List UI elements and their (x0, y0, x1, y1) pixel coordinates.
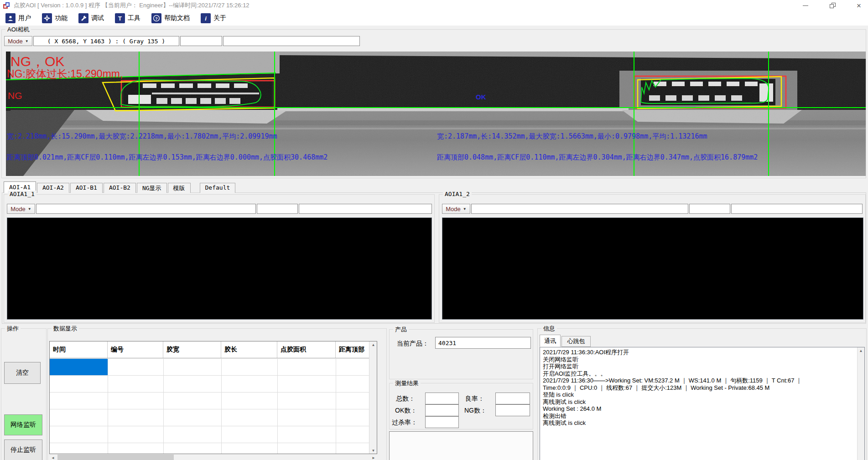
toolbar-item-function[interactable]: 功能 (42, 13, 68, 23)
scroll-left-icon[interactable]: ◄ (49, 455, 57, 460)
tab-heartbeat[interactable]: 心跳包 (561, 336, 591, 347)
results-group: 测量结果 总数： 良率： OK数： NG数： 过杀率： (389, 383, 533, 429)
tab-ng-display[interactable]: NG显示 (137, 183, 167, 193)
tab-template[interactable]: 模版 (168, 183, 191, 193)
tab-aoi-a2[interactable]: AOI-A2 (37, 183, 69, 193)
aoia1-2-image-panel[interactable] (442, 217, 863, 320)
total-label: 总数： (396, 395, 415, 403)
current-product-input[interactable] (435, 337, 531, 349)
operations-group-label: 操作 (5, 325, 21, 333)
chevron-down-icon: ▼ (463, 207, 467, 211)
selected-cell[interactable] (50, 359, 108, 375)
overlay-status-text: NG，OK (10, 54, 64, 69)
overlay-ng-reason: NG:胶体过长:15.290mm, (7, 68, 123, 80)
column-header-glue-area[interactable]: 点胶面积 (277, 341, 336, 358)
toolbar-label-tools: 工具 (128, 14, 140, 22)
aoia1-1-image-panel[interactable] (7, 217, 432, 320)
overkill-field[interactable] (425, 416, 459, 428)
results-group-label: 测量结果 (393, 379, 421, 388)
log-line: 检测出错 (543, 413, 853, 420)
toolbar-label-user: 用户 (18, 14, 31, 22)
main-toolbar: 用户 功能 调试 T 工具 ? 帮助文档 i 关于 (0, 11, 868, 26)
log-line: 登陆 is click (543, 391, 853, 398)
ok-count-label: OK数： (395, 407, 417, 415)
comm-log-text: 2021/7/29 11:36:30:AOI程序打开 关闭网络监听 打开网络监听… (543, 349, 853, 427)
panel-aoia1-1-label: AOIA1_1 (8, 191, 36, 197)
close-button[interactable]: × (851, 0, 867, 11)
aoia1-2-field-1 (471, 204, 688, 214)
panel-aoia1-2: AOIA1_2 Mode▼ (439, 194, 866, 323)
toolbar-item-debug[interactable]: 调试 (78, 13, 104, 23)
wrench-icon (78, 13, 88, 23)
overkill-label: 过杀率： (392, 419, 417, 427)
camera-mode-dropdown[interactable]: Mode▼ (4, 36, 32, 46)
column-header-time[interactable]: 时间 (50, 341, 108, 358)
ng-count-field[interactable] (495, 404, 530, 416)
toolbar-label-about: 关于 (213, 14, 226, 22)
column-header-glue-width[interactable]: 胶宽 (163, 341, 221, 358)
toolbar-item-tools[interactable]: T 工具 (115, 13, 140, 23)
log-line: 关闭网络监听 (543, 356, 853, 363)
right-stats-line2: 距离顶部0.048mm,距离CF层0.110mm,距离左边界0.304mm,距离… (437, 153, 758, 161)
yield-label: 良率： (465, 395, 484, 403)
yield-field[interactable] (495, 393, 530, 404)
scroll-down-icon[interactable]: ▼ (369, 447, 377, 454)
scroll-up-icon[interactable]: ▲ (858, 347, 864, 354)
minimize-button[interactable] (798, 0, 813, 11)
log-line: Working Set : 264.0 M (543, 405, 853, 413)
toolbar-item-about[interactable]: i 关于 (201, 13, 226, 23)
aoia1-2-mode-dropdown[interactable]: Mode▼ (442, 204, 470, 214)
toolbar-label-function: 功能 (55, 14, 68, 22)
panel-aoia1-2-label: AOIA1_2 (443, 191, 472, 197)
aoia1-1-mode-dropdown[interactable]: Mode▼ (7, 204, 35, 214)
tab-aoi-b1[interactable]: AOI-B1 (70, 183, 103, 193)
overlay-ng-label: NG (8, 90, 22, 101)
log-line: 2021/7/29 11:36:30——>Working Set: VM:523… (543, 377, 853, 384)
camera-mode-label: Mode (8, 38, 23, 45)
tab-default[interactable]: Default (200, 183, 236, 193)
left-stats-line2: 距离顶部0.021mm,距离CF层0.110mm,距离左边界0.153mm,距离… (7, 153, 327, 161)
total-field[interactable] (425, 393, 459, 404)
log-line: 开启AOI监控工具。。。 (543, 370, 853, 377)
column-header-dist-top[interactable]: 距离顶部 (336, 341, 369, 358)
app-window: 点胶AOI [ Version : 1.0.0.9 ] 程序 【当前用户： En… (0, 0, 868, 460)
table-vertical-scrollbar[interactable]: ▲ ▼ (369, 341, 377, 454)
camera-image[interactable]: NG，OK NG:胶体过长:15.290mm, NG OK 宽:2.218mm,… (6, 52, 866, 176)
restore-button[interactable] (825, 0, 840, 11)
scroll-right-icon[interactable]: ► (370, 455, 377, 460)
panel-aoia1-1: AOIA1_1 Mode▼ (4, 194, 435, 323)
user-icon (5, 13, 16, 23)
log-line: 离线测试 is click (543, 419, 853, 427)
toolbar-item-help[interactable]: ? 帮助文档 (151, 13, 190, 23)
svg-text:?: ? (155, 16, 158, 21)
current-product-label: 当前产品： (397, 340, 429, 348)
camera-group-label: AOI相机 (5, 26, 31, 34)
chevron-down-icon: ▼ (25, 39, 29, 43)
log-line: 打开网络监听 (543, 363, 853, 370)
scroll-up-icon[interactable]: ▲ (369, 341, 377, 348)
column-header-id[interactable]: 编号 (108, 341, 163, 358)
table-horizontal-scrollbar[interactable]: ◄ ► (49, 455, 377, 460)
clear-button[interactable]: 清空 (4, 362, 41, 384)
network-listen-button[interactable]: 网络监听 (4, 414, 42, 435)
log-scrollbar[interactable]: ▲ (857, 347, 864, 460)
operations-group: 操作 清空 网络监听 停止监听 (1, 328, 47, 460)
stop-listen-button[interactable]: 停止监听 (4, 439, 42, 460)
log-line: Time:0:0:9 ｜ CPU:0 ｜ 线程数:67 ｜ 提交大小:123M … (543, 384, 853, 392)
ok-count-field[interactable] (425, 404, 459, 416)
comm-log-area[interactable]: 2021/7/29 11:36:30:AOI程序打开 关闭网络监听 打开网络监听… (540, 347, 865, 460)
hscroll-thumb[interactable] (57, 455, 174, 460)
toolbar-item-user[interactable]: 用户 (5, 13, 31, 23)
column-header-glue-length[interactable]: 胶长 (221, 341, 277, 358)
tab-comm[interactable]: 通讯 (540, 335, 561, 347)
gear-icon (42, 13, 52, 23)
ng-preview-box (389, 431, 533, 460)
tab-aoi-b2[interactable]: AOI-B2 (104, 183, 136, 193)
title-bar: 点胶AOI [ Version : 1.0.0.9 ] 程序 【当前用户： En… (0, 0, 868, 11)
help-icon: ? (151, 13, 161, 23)
data-display-group: 数据显示 时间 编号 胶宽 胶长 点胶面积 距离顶部 ▲ ▼ ◄ ► (47, 328, 387, 460)
about-icon: i (201, 13, 211, 23)
right-stats-line1: 宽:2.187mm,长:14.352mm,最大胶宽:1.5663mm,最小:0.… (437, 132, 707, 140)
data-table[interactable]: 时间 编号 胶宽 胶长 点胶面积 距离顶部 ▲ ▼ (49, 341, 377, 454)
aoia1-2-mode-label: Mode (446, 206, 461, 212)
